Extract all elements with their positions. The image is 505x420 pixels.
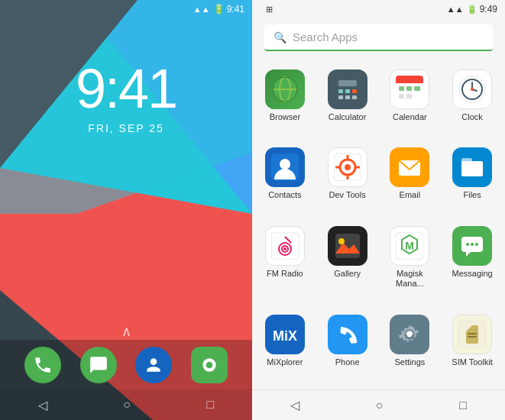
svg-point-7 (206, 361, 212, 368)
app-email[interactable]: Email (380, 141, 440, 216)
search-placeholder: Search Apps (293, 31, 358, 44)
app-dock (0, 340, 252, 389)
svg-rect-53 (335, 234, 360, 258)
clock-label: Clock (461, 112, 483, 122)
svg-point-37 (345, 164, 351, 170)
svg-rect-22 (396, 80, 423, 83)
messaging-label: Messaging (452, 269, 493, 279)
mixplorer-icon: MiX (265, 315, 305, 354)
svg-rect-14 (338, 89, 343, 93)
app-clock[interactable]: Clock (442, 63, 502, 138)
magisk-label: Magisk Mana... (384, 269, 437, 289)
browser-label: Browser (270, 112, 300, 122)
app-gallery[interactable]: Gallery (318, 220, 377, 305)
swipe-hint: ∧ (0, 323, 252, 340)
phone-label: Phone (335, 357, 360, 367)
app-magisk[interactable]: M Magisk Mana... (380, 220, 440, 305)
search-icon: 🔍 (274, 31, 286, 44)
app-calendar[interactable]: Calendar (380, 63, 440, 138)
home-button[interactable]: ○ (123, 398, 131, 412)
svg-rect-75 (468, 336, 477, 338)
dock-magisk[interactable] (191, 347, 228, 383)
recents-button[interactable]: □ (207, 398, 215, 412)
right-back-button[interactable]: ◁ (290, 398, 299, 412)
fmradio-label: FM Radio (267, 269, 303, 279)
right-status-bar: ⊞ ▲▲ 🔋 9:49 (252, 0, 505, 18)
email-label: Email (400, 190, 421, 200)
left-time: 9:41 (227, 4, 244, 15)
dock-contacts[interactable] (135, 347, 172, 383)
app-calculator[interactable]: Calculator (318, 63, 377, 138)
app-contacts[interactable]: Contacts (255, 141, 315, 216)
app-browser[interactable]: Browser (255, 63, 315, 138)
right-recents-button[interactable]: □ (459, 399, 467, 412)
lockscreen-clock: 9:41 FRI, SEP 25 (0, 61, 252, 134)
svg-rect-15 (345, 89, 350, 93)
svg-rect-17 (338, 95, 343, 99)
contacts-icon (265, 147, 305, 187)
svg-rect-67 (334, 321, 361, 348)
app-fmradio[interactable]: FM Radio (255, 220, 315, 305)
svg-rect-74 (468, 333, 477, 334)
devtools-icon (328, 147, 367, 187)
svg-rect-13 (338, 80, 357, 86)
magisk-icon: M (390, 226, 429, 266)
settings-label: Settings (395, 357, 426, 367)
svg-text:MiX: MiX (273, 328, 297, 344)
svg-rect-27 (406, 94, 412, 99)
right-nav-bar: ◁ ○ □ (252, 389, 505, 420)
right-home-button[interactable]: ○ (376, 399, 384, 412)
svg-rect-16 (352, 89, 357, 93)
app-files[interactable]: Files (442, 141, 502, 216)
app-mixplorer[interactable]: MiX MiXplorer (255, 309, 315, 383)
app-phone[interactable]: Phone (318, 309, 377, 383)
clock-date: FRI, SEP 25 (0, 122, 252, 134)
left-phone: ▲▲ 🔋 9:41 9:41 FRI, SEP 25 ∧ ◁ ○ □ (0, 0, 252, 420)
right-time: 9:49 (480, 4, 497, 15)
svg-point-64 (475, 243, 478, 246)
svg-rect-23 (399, 86, 404, 91)
files-label: Files (464, 190, 481, 200)
clock-icon (452, 69, 492, 109)
calendar-icon (390, 69, 429, 109)
left-nav-bar: ◁ ○ □ (0, 389, 252, 420)
right-battery-icon: 🔋 (467, 5, 477, 15)
calculator-label: Calculator (329, 112, 367, 122)
svg-rect-46 (461, 161, 483, 176)
dock-phone[interactable] (24, 347, 61, 383)
gallery-icon (328, 226, 367, 266)
gallery-label: Gallery (334, 269, 361, 279)
phone-icon (328, 315, 367, 354)
calculator-icon (328, 69, 367, 109)
right-screenshot-icon: ⊞ (266, 5, 273, 15)
calendar-label: Calendar (393, 112, 427, 122)
fmradio-icon (265, 226, 305, 266)
dock-messages[interactable] (80, 347, 117, 383)
right-phone: ⊞ ▲▲ 🔋 9:49 🔍 Search Apps Browser Calcul… (252, 0, 505, 420)
svg-point-50 (283, 247, 286, 250)
mixplorer-label: MiXplorer (267, 357, 303, 367)
settings-icon (390, 315, 429, 354)
svg-point-32 (471, 88, 474, 91)
search-bar[interactable]: 🔍 Search Apps (264, 24, 493, 51)
browser-icon (265, 69, 305, 109)
left-battery-icon: 🔋 (213, 4, 225, 15)
messaging-icon (452, 226, 492, 266)
app-simtoolkit[interactable]: SIM Toolkit (442, 309, 502, 383)
simtoolkit-label: SIM Toolkit (452, 357, 493, 367)
app-messaging[interactable]: Messaging (442, 220, 502, 305)
files-icon (452, 147, 492, 187)
back-button[interactable]: ◁ (38, 398, 47, 412)
simtoolkit-icon (452, 315, 492, 354)
app-devtools[interactable]: Dev Tools (318, 141, 377, 216)
svg-rect-24 (406, 86, 412, 91)
left-status-bar: ▲▲ 🔋 9:41 (0, 0, 252, 18)
right-signal-icon: ▲▲ (447, 5, 464, 14)
svg-point-62 (466, 243, 469, 246)
svg-rect-26 (399, 94, 404, 99)
svg-point-63 (471, 243, 474, 246)
email-icon (390, 147, 429, 187)
app-settings[interactable]: Settings (380, 309, 440, 383)
svg-point-34 (280, 159, 290, 170)
svg-rect-19 (352, 95, 357, 99)
